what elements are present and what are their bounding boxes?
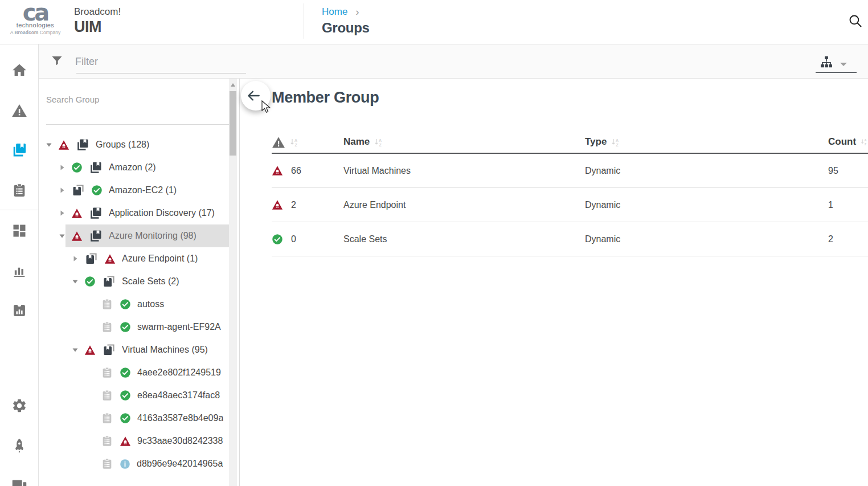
expander-right-icon[interactable]	[59, 164, 65, 171]
expander-down-icon[interactable]	[72, 278, 79, 285]
device-icon	[101, 321, 113, 333]
filter-bar: Filter	[39, 44, 868, 79]
filter-input[interactable]: Filter	[75, 53, 246, 70]
sidebar-item-launch[interactable]	[10, 437, 29, 456]
breadcrumb-home-link[interactable]: Home	[322, 6, 347, 18]
column-count[interactable]: Count AZ	[828, 136, 868, 148]
tree-item-label: Amazon (2)	[109, 162, 156, 173]
sort-icon[interactable]: AZ	[611, 137, 620, 147]
member-group-row[interactable]: 2Azure EndpointDynamic1	[272, 188, 868, 222]
svg-text:A: A	[616, 138, 619, 142]
tree-item-label: autoss	[137, 299, 164, 309]
member-type-cell: Dynamic	[585, 200, 828, 210]
tree-item[interactable]: d8b96e9e42014965a	[39, 452, 230, 475]
tree-item[interactable]: Virtual Machines (95)	[39, 338, 230, 361]
group-tree: Groups (128)Amazon (2)Amazon-EC2 (1)Appl…	[39, 133, 230, 475]
expander-down-icon[interactable]	[72, 346, 79, 353]
device-icon	[101, 298, 113, 311]
tree-scrollbar[interactable]	[229, 79, 237, 486]
tree-item[interactable]: autoss	[39, 293, 230, 316]
sidebar-item-slm[interactable]	[10, 302, 29, 321]
back-arrow-icon	[246, 88, 261, 103]
ca-logo-tagline: A Broadcom Company	[7, 30, 64, 35]
tree-item[interactable]: Azure Monitoring (98)	[39, 224, 230, 247]
org-chart-icon	[819, 55, 834, 70]
mouse-cursor	[261, 100, 272, 114]
group-card-icon	[84, 252, 98, 266]
expander-right-icon[interactable]	[59, 210, 65, 217]
tree-item-label: Application Discovery (17)	[109, 208, 215, 218]
expander-down-icon[interactable]	[59, 232, 65, 239]
devices-icon	[11, 473, 27, 486]
column-name[interactable]: Name AZ	[343, 136, 585, 148]
sort-icon[interactable]: AZ	[861, 137, 868, 147]
expander-right-icon[interactable]	[72, 255, 79, 262]
group-stack-plain-icon	[11, 142, 27, 160]
tree-item[interactable]: Scale Sets (2)	[39, 270, 230, 293]
tree-item-label: Groups (128)	[96, 140, 149, 150]
sort-icon[interactable]: AZ	[290, 137, 299, 147]
sidebar-item-devices[interactable]	[10, 473, 29, 486]
chart-bars-icon	[11, 263, 27, 281]
alarm-count: 0	[291, 234, 296, 244]
clipboard-list-icon	[11, 182, 27, 201]
tree-view-selector[interactable]	[816, 52, 857, 73]
product-brand: Broadcom!	[74, 6, 121, 18]
ok-icon	[120, 390, 131, 401]
scrollbar-thumb[interactable]	[230, 91, 236, 156]
member-group-row[interactable]: 0Scale SetsDynamic2	[272, 222, 868, 256]
member-group-row[interactable]: 66Virtual MachinesDynamic95	[272, 154, 868, 188]
sidebar-item-reports[interactable]	[10, 262, 29, 281]
expander-down-icon[interactable]	[46, 141, 52, 148]
sidebar-item-alarms[interactable]	[10, 102, 29, 121]
column-name-label: Name	[343, 136, 370, 148]
page-breadcrumb-current: Groups	[322, 20, 370, 36]
tree-item-label: Scale Sets (2)	[122, 276, 179, 287]
tree-item[interactable]: Application Discovery (17)	[39, 202, 230, 224]
ok-icon	[84, 276, 96, 287]
sidebar-item-settings[interactable]	[10, 397, 29, 416]
sidebar-item-inventory[interactable]	[10, 182, 29, 201]
group-stack-icon	[89, 229, 103, 243]
tree-item[interactable]: swarm-agent-EF92A	[39, 316, 230, 338]
gear-icon	[11, 398, 27, 416]
table-body: 66Virtual MachinesDynamic952Azure Endpoi…	[272, 154, 868, 256]
alarm-icon	[71, 231, 83, 242]
member-name-cell: Virtual Machines	[343, 166, 585, 176]
tree-item-label: swarm-agent-EF92A	[137, 322, 221, 332]
tree-item[interactable]: e8ea48aec3174fac8	[39, 384, 230, 407]
sidebar-item-home[interactable]	[10, 62, 29, 81]
tree-item-label: d8b96e9e42014965a	[137, 459, 223, 469]
group-search-input[interactable]: Search Group	[46, 95, 99, 104]
svg-text:A: A	[294, 138, 297, 142]
column-severity[interactable]: AZ	[272, 136, 343, 148]
alarm-icon	[120, 436, 131, 447]
column-type[interactable]: Type AZ	[585, 136, 828, 148]
product-title: Broadcom! UIM	[74, 6, 121, 36]
alarm-count: 66	[291, 166, 301, 176]
scroll-up-arrow-icon[interactable]	[231, 83, 235, 87]
ok-icon	[120, 321, 131, 333]
tree-item[interactable]: 9c33aae30d8242338	[39, 430, 230, 452]
tree-item[interactable]: 4aee2e802f1249519	[39, 361, 230, 384]
alarm-icon	[71, 208, 83, 219]
home-icon	[11, 62, 27, 80]
app-window: ca technologies A Broadcom Company Broad…	[0, 0, 868, 486]
chevron-down-icon	[840, 59, 847, 65]
tree-item[interactable]: Amazon (2)	[39, 156, 230, 179]
sidebar-item-groups[interactable]	[10, 141, 29, 161]
svg-text:Z: Z	[616, 143, 619, 147]
tree-item[interactable]: Azure Endpoint (1)	[39, 247, 230, 270]
search-icon[interactable]	[847, 13, 863, 29]
sort-icon[interactable]: AZ	[374, 137, 383, 147]
expander-right-icon[interactable]	[59, 187, 65, 194]
ca-logo: ca technologies A Broadcom Company	[7, 2, 64, 35]
tree-item[interactable]: Groups (128)	[39, 133, 230, 156]
tree-item[interactable]: Amazon-EC2 (1)	[39, 179, 230, 202]
sidebar-item-dashboards[interactable]	[10, 222, 29, 242]
svg-text:A: A	[379, 138, 382, 142]
column-count-label: Count	[828, 136, 856, 148]
tree-item[interactable]: 4163a3587e8b4e09a	[39, 407, 230, 430]
member-name-cell: Scale Sets	[343, 234, 585, 244]
dashboard-icon	[11, 223, 27, 241]
